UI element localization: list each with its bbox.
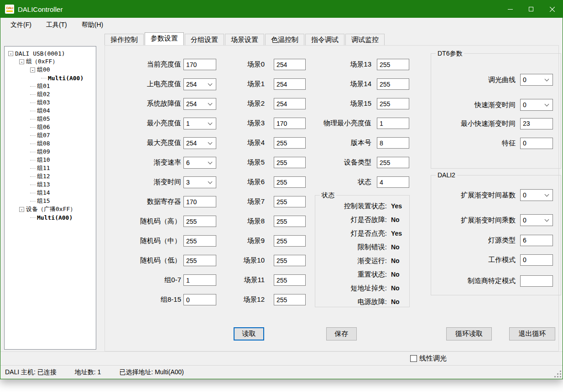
text-input[interactable] (377, 118, 409, 129)
tree-connector (30, 217, 36, 218)
tab-4[interactable]: 色温控制 (265, 34, 304, 45)
device-tree: -DALI USB(0001)-组（0xFF）-组00Multi(A00)组01… (4, 46, 96, 350)
status-value: No (391, 298, 400, 305)
combo-box[interactable]: 0 (520, 74, 553, 86)
tab-6[interactable]: 调试监控 (345, 34, 385, 45)
tree-node-20[interactable]: Multi(A00) (5, 213, 96, 222)
collapse-icon[interactable]: - (19, 59, 24, 64)
collapse-icon[interactable]: - (30, 67, 35, 72)
field-row: 最小快速渐变时间 (431, 117, 561, 130)
field-label: 最小快速渐变时间 (431, 119, 516, 128)
text-input[interactable] (274, 196, 306, 207)
field-row: 场景3 (210, 113, 306, 133)
menu-help[interactable]: 帮助(H) (76, 19, 109, 31)
tree-node-17[interactable]: 组14 (5, 189, 96, 197)
tree-connector (30, 127, 36, 128)
tree-node-2[interactable]: -组00 (5, 66, 96, 74)
loop-read-button[interactable]: 循环读取 (446, 327, 492, 340)
tree-node-9[interactable]: 组06 (5, 123, 96, 131)
tree-node-18[interactable]: 组15 (5, 197, 96, 205)
tree-node-16[interactable]: 组13 (5, 181, 96, 189)
collapse-icon[interactable]: - (19, 207, 24, 212)
tab-5[interactable]: 指令调试 (305, 34, 344, 45)
status-address-count: 地址数: 1 (75, 368, 101, 377)
menu-tools[interactable]: 工具(T) (41, 19, 73, 31)
text-input[interactable] (274, 235, 306, 247)
tree-node-label: 组01 (37, 82, 50, 90)
tree-node-8[interactable]: 组05 (5, 115, 96, 123)
save-button[interactable]: 保存 (326, 327, 357, 340)
field-label: 场景14 (297, 80, 371, 88)
field-row: 场景12 (210, 290, 306, 309)
field-label: 设备类型 (297, 158, 371, 167)
field-label: 制造商特定模式 (431, 277, 516, 285)
text-input[interactable] (377, 137, 409, 149)
status-label: 控制装置状态: (315, 202, 387, 211)
text-input[interactable] (377, 78, 409, 90)
tab-strip: 操作控制参数设置分组设置场景设置色温控制指令调试调试监控 (104, 32, 386, 45)
field-row: 场景11 (210, 270, 306, 290)
tab-3[interactable]: 场景设置 (225, 34, 264, 45)
tree-node-7[interactable]: 组04 (5, 107, 96, 115)
tree-node-14[interactable]: 组11 (5, 164, 96, 172)
close-button[interactable] (542, 0, 563, 18)
text-input[interactable] (377, 176, 409, 188)
text-input[interactable] (274, 274, 306, 286)
menu-file[interactable]: 文件(F) (5, 19, 37, 31)
text-input[interactable] (377, 98, 409, 109)
tree-node-1[interactable]: -组（0xFF） (5, 57, 96, 66)
text-input[interactable] (377, 157, 409, 168)
tab-0[interactable]: 操作控制 (104, 34, 144, 45)
status-row: 限制错误:No (315, 240, 409, 254)
linear-dimming-option[interactable]: 线性调光 (410, 354, 447, 363)
maximize-button[interactable] (521, 0, 542, 18)
text-input[interactable] (274, 255, 306, 266)
text-input[interactable] (520, 235, 553, 246)
text-input[interactable] (377, 59, 409, 70)
text-input[interactable] (274, 216, 306, 227)
tree-node-19[interactable]: -设备（广播0xFF） (5, 205, 96, 213)
linear-dimming-checkbox[interactable] (410, 355, 417, 362)
tree-connector (30, 103, 36, 103)
field-label: 场景5 (210, 158, 265, 167)
tree-node-5[interactable]: 组02 (5, 90, 96, 98)
read-button[interactable]: 读取 (234, 327, 264, 340)
resize-grip[interactable] (554, 371, 561, 377)
text-input[interactable] (520, 254, 553, 266)
minimize-button[interactable] (500, 0, 521, 18)
text-input[interactable] (520, 275, 553, 287)
text-input[interactable] (274, 294, 306, 305)
tree-node-4[interactable]: 组01 (5, 82, 96, 90)
tab-1[interactable]: 参数设置 (145, 32, 184, 45)
tree-node-label: 组06 (37, 123, 50, 131)
tree-node-6[interactable]: 组03 (5, 98, 96, 107)
field-row: 上电亮度值254 (114, 74, 216, 94)
combo-box[interactable]: 0 (520, 189, 553, 201)
tab-2[interactable]: 分组设置 (185, 34, 224, 45)
tree-connector (30, 201, 36, 201)
combo-box[interactable]: 0 (520, 214, 553, 226)
status-row: 短地址掉失:No (315, 281, 409, 295)
text-input[interactable] (520, 118, 553, 129)
combo-box[interactable]: 0 (520, 99, 553, 111)
tree-node-13[interactable]: 组10 (5, 156, 96, 164)
tree-node-12[interactable]: 组09 (5, 148, 96, 156)
tree-node-label: 组02 (37, 90, 50, 98)
field-label: 场景8 (210, 217, 265, 226)
combo-value: 6 (186, 159, 190, 166)
minimize-icon (508, 9, 513, 10)
tree-node-15[interactable]: 组12 (5, 172, 96, 181)
status-row: 重置状态:No (315, 268, 409, 281)
status-label: 电源故障: (315, 298, 387, 306)
field-label: 场景13 (297, 60, 371, 69)
text-input[interactable] (520, 138, 553, 149)
tree-node-11[interactable]: 组08 (5, 139, 96, 148)
close-icon (550, 7, 555, 12)
field-label: 上电亮度值 (114, 80, 181, 88)
collapse-icon[interactable]: - (8, 51, 13, 56)
exit-loop-button[interactable]: 退出循环 (509, 327, 555, 340)
tree-node-3[interactable]: Multi(A00) (5, 74, 96, 82)
tree-node-0[interactable]: -DALI USB(0001) (5, 49, 96, 57)
tree-node-10[interactable]: 组07 (5, 131, 96, 139)
status-value: No (391, 284, 400, 292)
